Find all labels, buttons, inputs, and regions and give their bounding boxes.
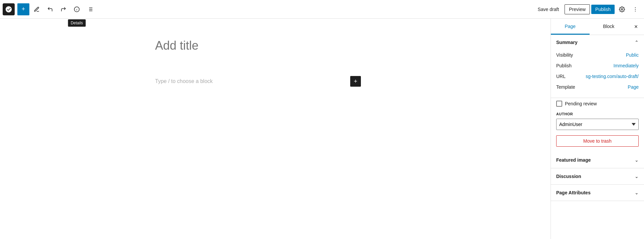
tab-block[interactable]: Block <box>590 19 628 35</box>
svg-point-9 <box>621 8 623 10</box>
toolbar: + Details Save draft Preview Publish <box>0 0 644 19</box>
sidebar-tabs: Page Block × <box>551 19 644 35</box>
template-label: Template <box>556 84 583 90</box>
settings-button[interactable] <box>616 3 628 15</box>
undo-button[interactable] <box>44 3 56 15</box>
summary-chevron-icon: ⌃ <box>635 40 639 45</box>
url-label: URL <box>556 74 583 79</box>
pending-review-row: Pending review <box>551 98 644 109</box>
add-block-inline-button[interactable]: + <box>350 76 361 87</box>
page-attributes-title: Page Attributes <box>556 190 591 195</box>
author-select[interactable]: AdminUser <box>556 119 639 130</box>
toolbar-right: Save draft Preview Publish <box>533 3 641 15</box>
add-block-toolbar-button[interactable]: + <box>17 3 29 15</box>
page-attributes-chevron-icon: ⌄ <box>635 190 639 195</box>
discussion-chevron-icon: ⌄ <box>635 174 639 179</box>
page-attributes-section[interactable]: Page Attributes ⌄ <box>551 185 644 201</box>
redo-button[interactable] <box>57 3 69 15</box>
author-label: AUTHOR <box>556 112 639 116</box>
svg-point-10 <box>635 7 636 8</box>
editor-area: Type / to choose a block + <box>0 19 551 239</box>
preview-button[interactable]: Preview <box>565 4 590 14</box>
publish-label: Publish <box>556 63 583 68</box>
redo-icon <box>60 6 66 12</box>
more-vertical-icon <box>632 6 638 12</box>
tools-button[interactable] <box>31 3 43 15</box>
pencil-icon <box>34 6 40 12</box>
publish-button[interactable]: Publish <box>591 5 615 14</box>
tab-page[interactable]: Page <box>551 19 590 35</box>
summary-body: Visibility Public Publish Immediately UR… <box>551 50 644 98</box>
more-options-button[interactable] <box>629 3 641 15</box>
template-value[interactable]: Page <box>628 84 639 90</box>
publish-row: Publish Immediately <box>556 60 639 71</box>
url-row: URL sg-testing.com/auto-draft/ <box>556 71 639 82</box>
svg-point-11 <box>635 9 636 9</box>
visibility-row: Visibility Public <box>556 50 639 60</box>
main-layout: Type / to choose a block + Page Block × … <box>0 19 644 239</box>
template-row: Template Page <box>556 82 639 92</box>
info-icon <box>74 6 80 12</box>
editor-content: Type / to choose a block + <box>155 39 396 87</box>
summary-title: Summary <box>556 40 578 45</box>
save-draft-button[interactable]: Save draft <box>533 4 563 14</box>
block-placeholder-text: Type / to choose a block <box>155 78 213 84</box>
block-placeholder-row: Type / to choose a block + <box>155 76 396 87</box>
featured-image-title: Featured image <box>556 157 591 163</box>
list-view-icon <box>87 6 93 12</box>
move-to-trash-button[interactable]: Move to trash <box>556 135 639 147</box>
summary-section-header[interactable]: Summary ⌃ <box>551 35 644 50</box>
list-view-button[interactable] <box>84 3 96 15</box>
toolbar-left: + Details <box>3 3 96 15</box>
wp-logo <box>3 3 15 15</box>
close-sidebar-button[interactable]: × <box>628 19 644 35</box>
visibility-value[interactable]: Public <box>626 52 639 58</box>
undo-icon <box>47 6 53 12</box>
pending-review-checkbox[interactable] <box>556 101 562 107</box>
publish-value[interactable]: Immediately <box>614 63 639 68</box>
discussion-section[interactable]: Discussion ⌄ <box>551 168 644 185</box>
svg-point-12 <box>635 11 636 11</box>
author-section: AUTHOR AdminUser <box>551 109 644 135</box>
featured-image-chevron-icon: ⌄ <box>635 157 639 163</box>
info-button[interactable]: Details <box>71 3 83 15</box>
pending-review-label: Pending review <box>565 101 597 106</box>
discussion-title: Discussion <box>556 174 581 179</box>
sidebar: Page Block × Summary ⌃ Visibility Public… <box>551 19 644 239</box>
url-value[interactable]: sg-testing.com/auto-draft/ <box>586 74 639 79</box>
page-title-input[interactable] <box>155 39 396 67</box>
wp-logo-icon <box>5 6 12 13</box>
visibility-label: Visibility <box>556 52 583 58</box>
gear-icon <box>619 6 625 12</box>
featured-image-section[interactable]: Featured image ⌄ <box>551 152 644 168</box>
summary-section: Summary ⌃ Visibility Public Publish Imme… <box>551 35 644 98</box>
